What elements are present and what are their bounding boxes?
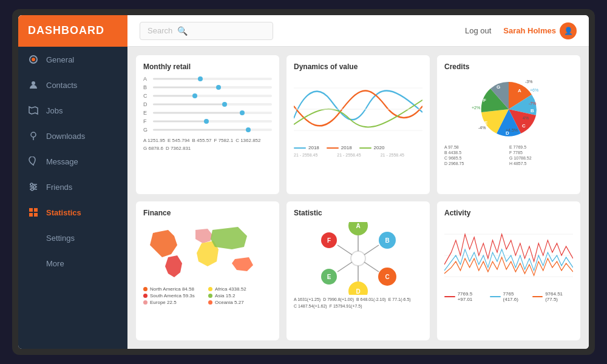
sidebar-label-settings: Settings	[46, 234, 75, 243]
svg-text:-7%: -7%	[529, 101, 536, 106]
svg-text:B: B	[385, 237, 389, 244]
sidebar-item-more[interactable]: More	[18, 251, 127, 276]
logout-button[interactable]: Log out	[465, 26, 491, 35]
legend-north-america: North America 84.58	[143, 286, 207, 292]
sidebar-item-general[interactable]: General	[18, 47, 127, 72]
svg-point-1	[32, 58, 35, 61]
retail-row-c: C	[143, 93, 272, 99]
activity-legend-orange: 9764.51 (77.5)	[532, 291, 574, 302]
sidebar-item-message[interactable]: Message	[18, 149, 127, 174]
card-credits: Credits	[437, 55, 580, 194]
retail-row-e: E	[143, 110, 272, 116]
sidebar-label-more: More	[46, 259, 64, 268]
card-activity: Activity	[437, 201, 580, 340]
sidebar-label-general: General	[46, 55, 74, 64]
retail-row-g: G	[143, 127, 272, 133]
search-icon: 🔍	[177, 26, 188, 36]
svg-text:C: C	[522, 123, 526, 129]
content-grid: Monthly retail A B	[127, 47, 589, 349]
settings-icon	[28, 232, 39, 243]
sidebar-item-downloads[interactable]: Downloads	[18, 123, 127, 149]
search-box[interactable]: Search 🔍	[140, 22, 273, 40]
card-title-statistic: Statistic	[294, 209, 422, 217]
sidebar-item-statistics[interactable]: Statistics	[18, 200, 127, 225]
svg-text:A: A	[356, 223, 360, 229]
screen: DASHBOARD Search 🔍 Log out Sarah Holmes …	[18, 15, 589, 349]
sidebar-item-friends[interactable]: Friends	[18, 174, 127, 200]
sidebar-label-message: Message	[46, 157, 78, 166]
svg-line-36	[364, 262, 379, 272]
search-area: Search 🔍	[127, 22, 465, 40]
topbar: DASHBOARD Search 🔍 Log out Sarah Holmes …	[18, 15, 589, 47]
card-monthly-retail: Monthly retail A B	[136, 55, 279, 194]
svg-text:B: B	[531, 108, 534, 113]
credits-stats: A 97.58E 7769.5 B 4438.5F 7785 C 9685.5G…	[444, 145, 573, 166]
monitor: DASHBOARD Search 🔍 Log out Sarah Holmes …	[12, 9, 595, 355]
svg-text:E: E	[484, 120, 488, 126]
svg-text:F: F	[327, 237, 331, 244]
pin-icon	[28, 130, 39, 141]
card-title-activity: Activity	[444, 209, 573, 217]
dynamics-stats: 21 - 2558.4521 - 2558.4521 - 2558.45	[294, 153, 422, 157]
circle-icon	[28, 54, 39, 65]
retail-stats: A 1251.95 E 545.794 B 455.57 F 7582.1 C …	[143, 138, 272, 151]
sidebar-label-friends: Friends	[46, 183, 72, 192]
svg-rect-14	[29, 213, 33, 217]
svg-point-9	[30, 183, 33, 186]
card-title-credits: Credits	[444, 62, 573, 71]
heart-icon	[28, 156, 39, 167]
svg-text:E: E	[327, 274, 331, 280]
finance-map	[143, 222, 272, 283]
legend-africa: Africa 4338.52	[208, 286, 272, 292]
legend-oceania: Oceania 5.27	[208, 300, 272, 305]
retail-row-f: F	[143, 118, 272, 124]
main-layout: General Contacts Jobs	[18, 47, 589, 349]
svg-text:C: C	[385, 274, 389, 280]
sidebar-item-settings[interactable]: Settings	[18, 225, 127, 251]
sidebar-label-statistics: Statistics	[46, 208, 81, 217]
sidebar-label-contacts: Contacts	[46, 81, 77, 90]
svg-text:F: F	[483, 98, 486, 103]
svg-point-2	[32, 81, 35, 85]
svg-rect-13	[34, 208, 38, 212]
sidebar-label-downloads: Downloads	[46, 132, 85, 141]
activity-chart	[444, 222, 573, 289]
retail-row-d: D	[143, 101, 272, 107]
map-icon	[28, 105, 39, 116]
more-icon	[28, 258, 39, 269]
svg-point-4	[31, 132, 36, 137]
legend-2018-orange: 2018	[327, 145, 352, 150]
svg-marker-3	[29, 107, 38, 114]
svg-point-33	[351, 251, 365, 266]
sidebar-item-contacts[interactable]: Contacts	[18, 72, 127, 98]
grid-icon	[28, 207, 39, 218]
svg-text:-3%: -3%	[525, 79, 532, 84]
svg-text:+4.5%: +4.5%	[506, 128, 518, 132]
username-display[interactable]: Sarah Holmes 👤	[503, 22, 577, 39]
svg-point-11	[31, 188, 33, 190]
svg-line-39	[337, 245, 352, 255]
person-icon	[28, 79, 39, 90]
retail-row-b: B	[143, 84, 272, 90]
svg-text:G: G	[497, 84, 500, 90]
svg-point-10	[33, 186, 36, 188]
retail-row-a: A	[143, 76, 272, 82]
activity-legend-blue: 7765 (417.6)	[490, 291, 527, 302]
svg-text:-4%: -4%	[478, 126, 486, 130]
card-dynamics: Dynamics of value	[287, 55, 430, 194]
activity-legend-red: 7769.5 +97.01	[444, 291, 485, 302]
logo-area: DASHBOARD	[18, 15, 127, 47]
svg-rect-15	[34, 213, 38, 217]
legend-2020: 2020	[359, 145, 385, 150]
sidebar: General Contacts Jobs	[18, 47, 127, 349]
activity-legend: 7769.5 +97.01 7765 (417.6) 9764.51 (77.5…	[444, 291, 573, 302]
card-statistic: Statistic	[287, 201, 430, 340]
sidebar-item-jobs[interactable]: Jobs	[18, 98, 127, 123]
user-avatar: 👤	[560, 22, 577, 39]
card-title-finance: Finance	[143, 209, 272, 217]
retail-chart: A B	[143, 76, 272, 133]
map-legend: North America 84.58 Africa 4338.52 South…	[143, 286, 272, 305]
dynamics-legend: 2018 2018 2020	[294, 145, 422, 150]
card-title-dynamics: Dynamics of value	[294, 62, 422, 71]
svg-text:D: D	[356, 288, 360, 295]
